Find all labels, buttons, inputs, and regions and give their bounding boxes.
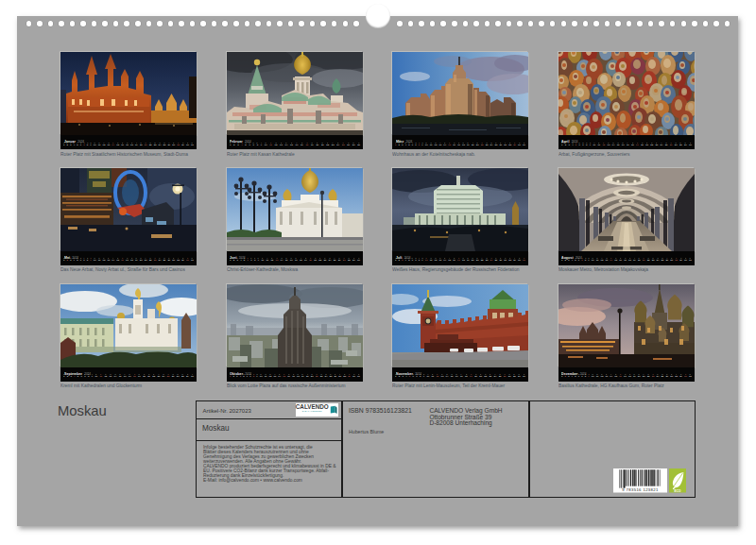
svg-text:ECO: ECO [674,489,680,493]
svg-text:9 783516 123821: 9 783516 123821 [622,488,659,493]
